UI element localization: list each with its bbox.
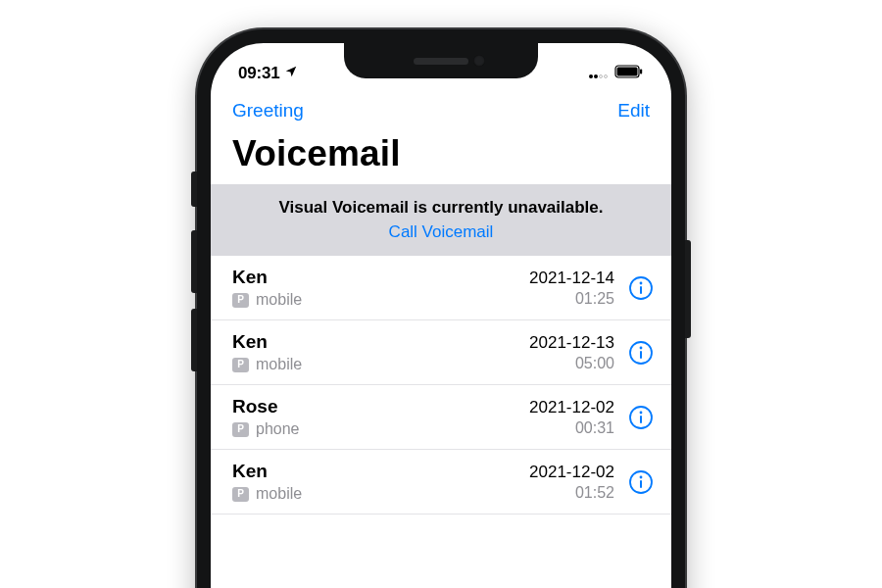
voicemail-date: 2021-12-13 xyxy=(529,333,614,353)
caller-subline: P mobile xyxy=(232,356,529,373)
caller-subline: P mobile xyxy=(232,291,529,309)
phone-label: mobile xyxy=(256,485,302,503)
voicemail-date: 2021-12-02 xyxy=(529,463,614,482)
call-voicemail-button[interactable]: Call Voicemail xyxy=(230,220,652,245)
info-icon[interactable] xyxy=(628,275,654,301)
edit-button[interactable]: Edit xyxy=(617,100,650,122)
svg-point-17 xyxy=(640,475,643,478)
contact-badge-icon: P xyxy=(232,293,249,308)
notch xyxy=(344,43,538,78)
svg-point-14 xyxy=(640,411,643,414)
caller-name: Ken xyxy=(232,461,529,482)
voicemail-main: Ken P mobile xyxy=(232,267,529,309)
caller-name: Ken xyxy=(232,331,529,353)
info-icon[interactable] xyxy=(628,340,654,366)
svg-rect-12 xyxy=(640,351,642,359)
voicemail-meta: 2021-12-14 01:25 xyxy=(529,269,614,308)
voicemail-row[interactable]: Rose P phone 2021-12-02 00:31 xyxy=(211,385,671,450)
phone-label: mobile xyxy=(256,291,302,309)
voicemail-list: Ken P mobile 2021-12-14 01:25 Ken xyxy=(211,256,671,514)
svg-point-11 xyxy=(640,346,643,349)
voicemail-duration: 01:25 xyxy=(529,290,614,308)
battery-icon xyxy=(614,65,644,82)
caller-name: Ken xyxy=(232,267,529,288)
svg-rect-9 xyxy=(640,286,642,294)
voicemail-duration: 01:52 xyxy=(529,484,614,502)
voicemail-row[interactable]: Ken P mobile 2021-12-02 01:52 xyxy=(211,450,671,514)
caller-subline: P mobile xyxy=(232,485,529,503)
svg-rect-5 xyxy=(617,68,638,76)
voicemail-duration: 05:00 xyxy=(529,355,614,372)
silent-switch xyxy=(191,172,197,207)
contact-badge-icon: P xyxy=(232,487,249,502)
status-time: 09:31 xyxy=(238,64,279,83)
voicemail-main: Rose P phone xyxy=(232,396,529,438)
page-title: Voicemail xyxy=(211,127,671,184)
voicemail-meta: 2021-12-13 05:00 xyxy=(529,333,614,372)
svg-rect-15 xyxy=(640,416,642,423)
svg-rect-18 xyxy=(640,480,642,488)
svg-point-8 xyxy=(640,281,643,284)
phone-label: mobile xyxy=(256,356,302,373)
cellular-signal-icon xyxy=(589,65,609,82)
svg-point-1 xyxy=(594,74,598,78)
contact-badge-icon: P xyxy=(232,422,249,437)
caller-subline: P phone xyxy=(232,420,529,438)
info-icon[interactable] xyxy=(628,405,654,430)
status-left: 09:31 xyxy=(238,64,298,83)
status-right xyxy=(589,65,644,82)
screen: 09:31 xyxy=(211,43,671,588)
svg-point-0 xyxy=(589,74,593,78)
info-icon[interactable] xyxy=(628,469,654,495)
volume-up-button xyxy=(191,230,197,293)
voicemail-meta: 2021-12-02 00:31 xyxy=(529,398,614,437)
nav-bar: Greeting Edit xyxy=(211,90,671,127)
speaker-grille xyxy=(414,58,468,65)
greeting-button[interactable]: Greeting xyxy=(232,100,304,122)
location-arrow-icon xyxy=(284,64,298,83)
contact-badge-icon: P xyxy=(232,358,249,372)
power-button xyxy=(685,240,691,338)
voicemail-main: Ken P mobile xyxy=(232,461,529,503)
volume-down-button xyxy=(191,309,197,371)
voicemail-date: 2021-12-14 xyxy=(529,269,614,288)
svg-point-3 xyxy=(605,75,608,78)
svg-rect-6 xyxy=(640,70,642,74)
phone-label: phone xyxy=(256,420,300,438)
voicemail-row[interactable]: Ken P mobile 2021-12-14 01:25 xyxy=(211,256,671,320)
voicemail-meta: 2021-12-02 01:52 xyxy=(529,463,614,502)
voicemail-main: Ken P mobile xyxy=(232,331,529,373)
front-camera xyxy=(473,55,485,67)
caller-name: Rose xyxy=(232,396,529,417)
voicemail-duration: 00:31 xyxy=(529,419,614,437)
voicemail-row[interactable]: Ken P mobile 2021-12-13 05:00 xyxy=(211,320,671,385)
voicemail-date: 2021-12-02 xyxy=(529,398,614,417)
unavailable-banner: Visual Voicemail is currently unavailabl… xyxy=(211,184,671,256)
svg-point-2 xyxy=(600,75,603,78)
phone-frame: 09:31 xyxy=(197,29,685,588)
unavailable-text: Visual Voicemail is currently unavailabl… xyxy=(230,196,652,220)
